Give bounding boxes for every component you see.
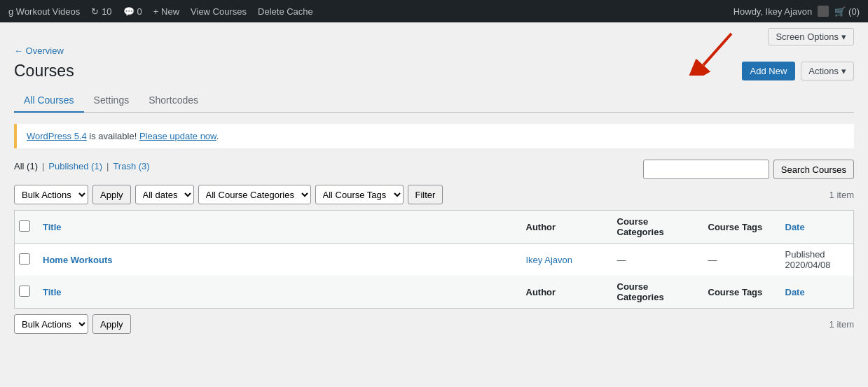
main-wrap: ← Overview Courses Add New Actions ▾ All… <box>0 45 868 353</box>
sep-2: | <box>106 161 109 171</box>
col-header-tags: Course Tags <box>700 211 777 244</box>
add-new-button[interactable]: Add New <box>742 62 796 80</box>
table-footer: Title Author Course Categories Course Ta… <box>15 276 854 309</box>
publish-date: 2020/04/08 <box>785 260 846 270</box>
course-title-link[interactable]: Home Workouts <box>43 255 112 265</box>
adminbar-howdy[interactable]: Howdy, Ikey Ajavon <box>733 6 812 17</box>
row-author-cell: Ikey Ajavon <box>518 244 609 276</box>
updates-icon: ↻ <box>91 6 99 17</box>
adminbar-view-courses[interactable]: View Courses <box>191 6 247 17</box>
col-footer-author: Author <box>518 276 609 309</box>
search-input[interactable] <box>643 160 769 179</box>
chevron-down-icon: ▾ <box>841 31 846 42</box>
publish-status: Published <box>785 249 846 260</box>
item-count-bottom: 1 item <box>829 319 854 330</box>
avatar <box>818 6 829 17</box>
item-count-top: 1 item <box>829 190 854 200</box>
table-body: Home Workouts Ikey Ajavon — — Published … <box>15 244 854 276</box>
col-header-categories: Course Categories <box>609 211 700 244</box>
page-title-actions: Add New Actions ▾ <box>742 62 854 80</box>
subsubsub: All (1) | Published (1) | Trash (3) <box>14 161 150 171</box>
actions-button[interactable]: Actions ▾ <box>801 62 854 80</box>
search-area: Search Courses <box>643 160 854 179</box>
tablenav-bottom: Bulk Actions Apply 1 item <box>14 309 854 339</box>
comments-icon: 💬 <box>123 6 135 17</box>
select-all-header <box>15 211 35 244</box>
col-footer-date[interactable]: Date <box>777 276 854 309</box>
table-row: Home Workouts Ikey Ajavon — — Published … <box>15 244 854 276</box>
apply-button-bottom[interactable]: Apply <box>92 314 131 334</box>
tab-settings[interactable]: Settings <box>84 89 139 113</box>
adminbar-cart[interactable]: 🛒 (0) <box>834 6 860 17</box>
row-tags-cell: — <box>700 244 777 276</box>
chevron-down-icon: ▾ <box>841 66 846 76</box>
bulk-actions-select-top[interactable]: Bulk Actions <box>14 185 88 204</box>
table-header: Title Author Course Categories Course Ta… <box>15 211 854 244</box>
screen-options-button[interactable]: Screen Options ▾ <box>768 28 854 45</box>
adminbar-comments[interactable]: 💬 0 <box>123 6 142 17</box>
overview-link[interactable]: ← Overview <box>14 45 64 56</box>
col-footer-categories: Course Categories <box>609 276 700 309</box>
title-sort-link[interactable]: Title <box>43 222 62 232</box>
filter-trash[interactable]: Trash (3) <box>113 161 149 171</box>
title-sort-link-bottom[interactable]: Title <box>43 287 62 297</box>
col-header-date[interactable]: Date <box>777 211 854 244</box>
notice-wp-link[interactable]: WordPress 5.4 <box>27 131 87 141</box>
update-notice: WordPress 5.4 is available! Please updat… <box>14 124 854 148</box>
tab-navigation: All Courses Settings Shortcodes <box>14 89 854 113</box>
admin-bar: g Workout Videos ↻ 10 💬 0 + New View Cou… <box>0 0 868 22</box>
courses-table: Title Author Course Categories Course Ta… <box>14 210 854 309</box>
categories-select[interactable]: All Course Categories <box>198 185 311 204</box>
page-title: Courses <box>14 62 74 80</box>
tags-select[interactable]: All Course Tags <box>315 185 404 204</box>
col-header-author: Author <box>518 211 609 244</box>
bulk-actions-select-bottom[interactable]: Bulk Actions <box>14 314 88 334</box>
col-header-title[interactable]: Title <box>34 211 518 244</box>
filter-button[interactable]: Filter <box>408 185 443 204</box>
adminbar-site-name[interactable]: g Workout Videos <box>8 6 80 17</box>
notice-update-link[interactable]: Please update now <box>139 131 216 141</box>
tablenav-top: All (1) | Published (1) | Trash (3) Sear… <box>14 160 854 179</box>
adminbar-right: Howdy, Ikey Ajavon 🛒 (0) <box>733 6 860 17</box>
adminbar-new[interactable]: + New <box>153 6 179 17</box>
cart-icon: 🛒 <box>834 6 846 17</box>
row-checkbox-cell <box>15 244 35 276</box>
author-link[interactable]: Ikey Ajavon <box>526 255 573 265</box>
filter-published[interactable]: Published (1) <box>48 161 102 171</box>
dates-select[interactable]: All dates <box>135 185 194 204</box>
col-footer-title[interactable]: Title <box>34 276 518 309</box>
row-date-cell: Published 2020/04/08 <box>777 244 854 276</box>
bulk-actions-top: Bulk Actions Apply All dates All Course … <box>14 185 854 204</box>
col-footer-tags: Course Tags <box>700 276 777 309</box>
date-sort-link-bottom[interactable]: Date <box>785 287 805 297</box>
date-published: Published 2020/04/08 <box>785 249 846 270</box>
row-title-cell: Home Workouts <box>34 244 518 276</box>
row-categories-cell: — <box>609 244 700 276</box>
adminbar-delete-cache[interactable]: Delete Cache <box>258 6 313 17</box>
page-title-row: Courses Add New Actions ▾ <box>14 62 854 80</box>
sep-1: | <box>42 161 44 171</box>
select-all-checkbox-bottom[interactable] <box>19 286 30 297</box>
search-courses-button[interactable]: Search Courses <box>773 160 854 179</box>
row-checkbox[interactable] <box>19 253 30 265</box>
adminbar-updates[interactable]: ↻ 10 <box>91 6 111 17</box>
tab-all-courses[interactable]: All Courses <box>14 89 84 113</box>
tab-shortcodes[interactable]: Shortcodes <box>139 89 208 113</box>
apply-button-top[interactable]: Apply <box>92 185 131 204</box>
filter-all[interactable]: All (1) <box>14 161 38 171</box>
select-all-checkbox[interactable] <box>19 220 30 232</box>
screen-options-bar: Screen Options ▾ <box>0 22 868 45</box>
date-sort-link[interactable]: Date <box>785 222 805 232</box>
select-all-footer <box>15 276 35 309</box>
